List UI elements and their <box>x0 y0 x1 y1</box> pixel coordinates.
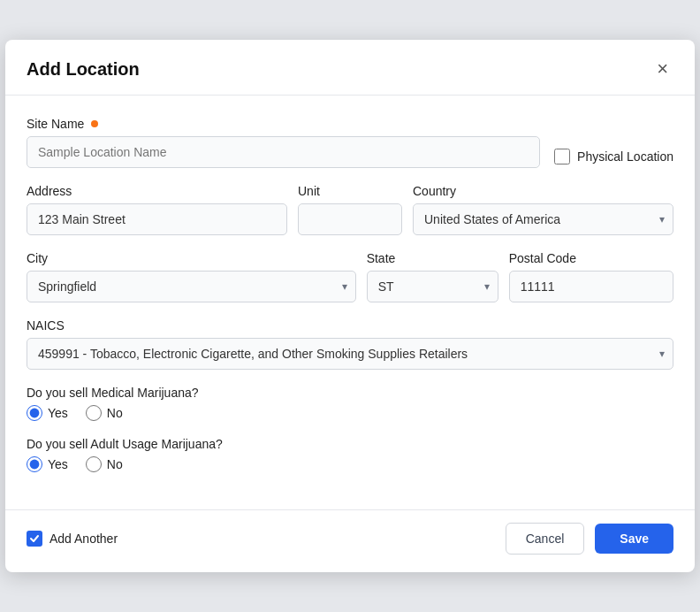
modal-title: Add Location <box>27 59 140 80</box>
medical-marijuana-radio-group: Yes No <box>27 405 673 421</box>
address-row: Address Unit Country United States of Am… <box>27 184 673 235</box>
adult-marijuana-section: Do you sell Adult Usage Marijuana? Yes N… <box>27 437 673 472</box>
modal-overlay: Add Location × Site Name Physical Locati… <box>0 0 700 612</box>
state-select[interactable]: ST <box>367 271 498 302</box>
postal-input[interactable] <box>509 271 673 302</box>
adult-marijuana-label: Do you sell Adult Usage Marijuana? <box>27 437 673 451</box>
state-group: State ST ▾ <box>367 251 498 302</box>
medical-no-radio[interactable] <box>86 405 102 421</box>
site-name-row: Site Name Physical Location <box>27 117 673 168</box>
state-select-wrapper: ST ▾ <box>367 271 498 302</box>
physical-location-checkbox[interactable] <box>554 149 570 164</box>
naics-label: NAICS <box>27 318 673 333</box>
postal-label: Postal Code <box>509 251 673 265</box>
country-label: Country <box>413 184 673 198</box>
city-select[interactable]: Springfield <box>27 271 356 302</box>
medical-no-label[interactable]: No <box>86 405 123 421</box>
add-location-modal: Add Location × Site Name Physical Locati… <box>5 40 695 572</box>
adult-yes-label[interactable]: Yes <box>27 456 68 472</box>
city-group: City Springfield ▾ <box>27 251 356 302</box>
city-state-row: City Springfield ▾ State ST ▾ <box>27 251 673 302</box>
state-label: State <box>367 251 498 265</box>
address-group: Address <box>27 184 287 235</box>
medical-marijuana-label: Do you sell Medical Marijuana? <box>27 386 673 400</box>
site-name-label: Site Name <box>27 117 540 131</box>
postal-group: Postal Code <box>509 251 673 302</box>
unit-label: Unit <box>298 184 402 198</box>
site-name-input[interactable] <box>27 136 540 168</box>
country-select-wrapper: United States of America ▾ <box>413 203 673 235</box>
physical-location-label: Physical Location <box>577 149 673 164</box>
city-label: City <box>27 251 356 265</box>
site-name-group: Site Name <box>27 117 540 168</box>
unit-input[interactable] <box>298 203 402 235</box>
country-group: Country United States of America ▾ <box>413 184 673 235</box>
medical-marijuana-section: Do you sell Medical Marijuana? Yes No <box>27 386 673 421</box>
modal-body: Site Name Physical Location Address U <box>5 110 695 502</box>
address-input[interactable] <box>27 203 287 235</box>
required-indicator <box>91 120 98 127</box>
physical-location-group: Physical Location <box>554 149 673 164</box>
medical-yes-radio[interactable] <box>27 405 42 421</box>
adult-yes-radio[interactable] <box>27 456 42 472</box>
adult-marijuana-radio-group: Yes No <box>27 456 673 472</box>
modal-header: Add Location × <box>5 40 695 95</box>
modal-footer: Add Another Cancel Save <box>5 509 695 572</box>
address-label: Address <box>27 184 287 198</box>
city-select-wrapper: Springfield ▾ <box>27 271 356 302</box>
medical-yes-label[interactable]: Yes <box>27 405 68 421</box>
cancel-button[interactable]: Cancel <box>506 523 585 555</box>
naics-select[interactable]: 459991 - Tobacco, Electronic Cigarette, … <box>27 338 673 370</box>
close-button[interactable]: × <box>651 57 673 80</box>
country-select[interactable]: United States of America <box>413 203 673 235</box>
add-another-label: Add Another <box>49 532 118 546</box>
naics-group: NAICS 459991 - Tobacco, Electronic Cigar… <box>27 318 673 370</box>
unit-group: Unit <box>298 184 402 235</box>
add-another-checkbox-checked[interactable] <box>27 531 42 547</box>
add-another-wrap: Add Another <box>27 531 118 547</box>
adult-no-radio[interactable] <box>86 456 102 472</box>
save-button[interactable]: Save <box>595 524 673 554</box>
naics-select-wrapper: 459991 - Tobacco, Electronic Cigarette, … <box>27 338 673 370</box>
adult-no-label[interactable]: No <box>86 456 123 472</box>
